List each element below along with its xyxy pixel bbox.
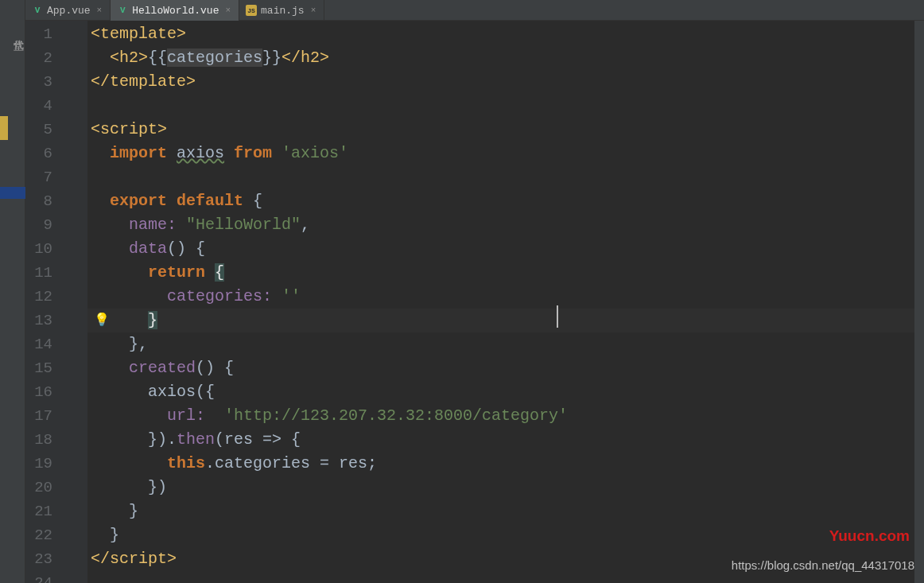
code-token: </h2>	[281, 49, 329, 67]
code-token: return	[148, 263, 215, 282]
vertical-scrollbar[interactable]	[914, 21, 924, 583]
tab-label: App.vue	[47, 5, 91, 17]
code-token: {	[253, 192, 262, 210]
code-token: res	[224, 430, 262, 449]
editor-area[interactable]: 1 2 3 4 5 6 7 8 9 10 11 12 13 14 15 16 1…	[25, 21, 924, 583]
line-number: 12	[25, 285, 52, 309]
code-token: <h2>	[110, 49, 148, 67]
line-number: 2	[25, 46, 52, 70]
line-number: 13	[25, 309, 52, 332]
line-number: 5	[25, 118, 52, 142]
line-number: 19	[25, 452, 52, 476]
code-token: created	[129, 359, 196, 377]
line-number: 17	[25, 404, 52, 428]
code-token: ,	[301, 216, 310, 234]
code-token: .categories = res;	[205, 454, 377, 472]
sidebar-label: 堂代	[0, 0, 25, 32]
line-number-gutter[interactable]: 1 2 3 4 5 6 7 8 9 10 11 12 13 14 15 16 1…	[25, 21, 64, 583]
code-token: import	[110, 144, 177, 162]
code-token: <template>	[91, 25, 186, 43]
code-token: <script>	[91, 120, 167, 138]
code-token: default	[177, 192, 253, 210]
code-token: categories	[167, 49, 262, 67]
line-number: 21	[25, 499, 52, 523]
watermark-red: Yuucn.com	[829, 527, 910, 545]
line-number: 4	[25, 94, 52, 118]
code-token: axios	[148, 383, 196, 401]
code-token: },	[129, 335, 148, 353]
close-icon[interactable]: ×	[311, 6, 316, 15]
code-token: axios	[177, 144, 224, 162]
code-token: name:	[129, 216, 186, 234]
tab-helloworld-vue[interactable]: V HelloWorld.vue ×	[111, 0, 239, 21]
code-token: "HelloWorld"	[186, 216, 301, 234]
code-token: (	[215, 430, 224, 449]
line-number: 20	[25, 476, 52, 499]
line-number: 23	[25, 547, 52, 571]
js-icon: JS	[246, 5, 257, 16]
sidebar-marker	[0, 116, 8, 140]
code-token: from	[224, 144, 281, 162]
fold-gutter[interactable]: 💡	[64, 21, 87, 583]
intention-bulb-icon[interactable]: 💡	[94, 312, 110, 328]
line-number: 1	[25, 22, 52, 46]
tool-window-sidebar[interactable]: 堂代	[0, 0, 25, 583]
line-number: 6	[25, 142, 52, 165]
code-token: }	[148, 311, 157, 329]
text-cursor	[557, 305, 558, 328]
code-token: </script>	[91, 550, 177, 568]
code-token: 'http://123.207.32.32:8000/category'	[224, 406, 568, 425]
code-token: => {	[262, 430, 301, 449]
line-number: 10	[25, 237, 52, 261]
code-token: ''	[281, 287, 301, 305]
current-line-highlight	[87, 309, 924, 332]
line-number: 3	[25, 70, 52, 94]
code-content[interactable]: <template> <h2>{{categories}}</h2> </tem…	[87, 21, 924, 583]
code-token: })	[148, 478, 167, 496]
code-token: data	[129, 239, 167, 258]
line-number: 16	[25, 380, 52, 404]
code-token: () {	[167, 239, 205, 258]
close-icon[interactable]: ×	[225, 6, 231, 15]
line-number: 8	[25, 189, 52, 213]
code-token: }	[129, 502, 138, 520]
close-icon[interactable]: ×	[97, 6, 103, 15]
line-number: 22	[25, 523, 52, 547]
code-token: }).	[148, 430, 177, 449]
sidebar-highlight	[0, 187, 25, 199]
code-token: url:	[167, 406, 224, 425]
code-token: export	[110, 192, 177, 210]
code-token: ({	[196, 383, 215, 401]
line-number: 18	[25, 428, 52, 452]
line-number: 9	[25, 213, 52, 237]
watermark-gray: https://blog.csdn.net/qq_44317018	[732, 558, 914, 572]
line-number: 14	[25, 332, 52, 356]
code-token: {	[215, 263, 224, 282]
tab-label: HelloWorld.vue	[132, 5, 219, 17]
code-token: categories:	[167, 287, 281, 305]
line-number: 24	[25, 571, 52, 583]
vue-icon: V	[32, 5, 43, 16]
editor-tabs: V App.vue × V HelloWorld.vue × JS main.j…	[25, 0, 924, 21]
line-number: 11	[25, 261, 52, 285]
vue-icon: V	[117, 5, 128, 16]
line-number: 15	[25, 356, 52, 380]
code-token: () {	[196, 359, 234, 377]
code-token: </template>	[91, 72, 196, 91]
code-token: then	[177, 430, 215, 449]
code-token: this	[167, 454, 205, 472]
line-number: 7	[25, 165, 52, 189]
code-token: {{	[148, 49, 167, 67]
tab-main-js[interactable]: JS main.js ×	[239, 0, 324, 21]
tab-app-vue[interactable]: V App.vue ×	[25, 0, 111, 21]
code-token: }}	[262, 49, 281, 67]
code-token: 'axios'	[281, 144, 348, 162]
tab-label: main.js	[261, 5, 305, 17]
code-token: }	[110, 526, 119, 544]
